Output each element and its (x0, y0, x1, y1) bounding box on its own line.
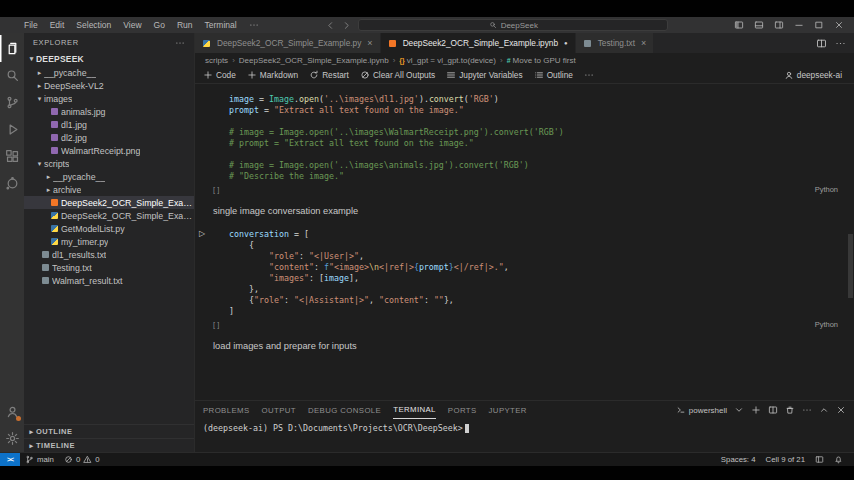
more-editor-icon[interactable] (835, 38, 846, 49)
tree-item-__pycache__[interactable]: ▸__pycache__ (24, 66, 194, 79)
split-terminal-button[interactable] (768, 405, 778, 415)
menu-view[interactable]: View (117, 20, 147, 30)
more-actions-button[interactable] (584, 70, 594, 80)
section-timeline[interactable]: ▸TIMELINE (24, 438, 194, 452)
menu-edit[interactable]: Edit (44, 20, 71, 30)
close-panel-button[interactable] (836, 405, 846, 415)
tree-item-GetModelList.py[interactable]: GetModelList.py (24, 222, 194, 235)
layout-sidebar-icon[interactable] (730, 18, 748, 32)
code-cell[interactable]: image = Image.open('..\images\dl1.jpg').… (213, 94, 840, 194)
search-icon[interactable] (0, 62, 24, 89)
panel-tab-problems[interactable]: PROBLEMS (203, 401, 250, 419)
panel-tab-ports[interactable]: PORTS (448, 401, 477, 419)
jupyter-icon[interactable] (0, 170, 24, 197)
workspace-root-folder[interactable]: ▾ DEEPSEEK (24, 52, 194, 66)
command-center[interactable]: DeepSeek (358, 19, 668, 31)
extensions-icon[interactable] (0, 143, 24, 170)
tree-item-Testing.txt[interactable]: Testing.txt (24, 261, 194, 274)
explorer-icon[interactable] (0, 35, 24, 62)
breadcrumb-item[interactable]: scripts (205, 56, 228, 65)
shell-dropdown[interactable] (734, 405, 744, 415)
breadcrumb-item[interactable]: DeepSeek2_OCR_Simple_Example.ipynb (239, 56, 389, 65)
new-terminal-button[interactable] (751, 405, 761, 415)
close-tab-icon[interactable]: × (367, 38, 372, 48)
tree-item-DeepSeek-VL2[interactable]: ▸DeepSeek-VL2 (24, 79, 194, 92)
tree-item-scripts[interactable]: ▾scripts (24, 157, 194, 170)
minimize-icon[interactable] (790, 18, 808, 32)
tree-item-my_timer.py[interactable]: my_timer.py (24, 235, 194, 248)
cell-language-picker[interactable]: Python (815, 320, 838, 329)
image-file-icon (51, 121, 58, 128)
kill-terminal-button[interactable] (785, 405, 795, 415)
close-tab-icon[interactable]: × (641, 38, 646, 48)
layout-icon[interactable] (810, 453, 829, 467)
remote-indicator[interactable]: >< (0, 453, 20, 466)
tree-item-WalmartReceipt.png[interactable]: WalmartReceipt.png (24, 144, 194, 157)
breadcrumb-item[interactable]: {}vl_gpt = vl_gpt.to(device) (399, 56, 496, 65)
shell-selector[interactable]: powershell (676, 405, 727, 415)
back-icon[interactable] (326, 21, 335, 30)
code-cell[interactable]: ▷conversation = [ { "role": "<|User|>", … (213, 229, 840, 329)
split-editor-icon[interactable] (816, 38, 827, 49)
cell-language-picker[interactable]: Python (815, 185, 838, 194)
add-markdown-button[interactable]: Markdown (247, 70, 298, 80)
tree-item-archive[interactable]: ▸archive (24, 183, 194, 196)
maximize-panel-button[interactable] (819, 405, 829, 415)
close-icon[interactable] (830, 18, 848, 32)
forward-icon[interactable] (342, 21, 351, 30)
panel-tab-debug-console[interactable]: DEBUG CONSOLE (308, 401, 381, 419)
cell-editor[interactable]: image = Image.open('..\images\dl1.jpg').… (229, 94, 840, 182)
menu-run[interactable]: Run (171, 20, 199, 30)
trash-icon (785, 405, 795, 415)
tree-item-dl1.jpg[interactable]: dl1.jpg (24, 118, 194, 131)
cell-symbol-icon: {} (399, 57, 404, 64)
tree-item-images[interactable]: ▾images (24, 92, 194, 105)
section-outline[interactable]: ▸OUTLINE (24, 424, 194, 438)
jupyter-variables-button[interactable]: Jupyter Variables (446, 70, 523, 80)
restart-button[interactable]: Restart (309, 70, 349, 80)
problems-indicator[interactable]: 0 0 (59, 453, 105, 467)
menu-terminal[interactable]: Terminal (199, 20, 243, 30)
cell-editor[interactable]: conversation = [ { "role": "<|User|>", "… (229, 229, 840, 317)
source-control-icon[interactable] (0, 89, 24, 116)
breadcrumb-item[interactable]: #Move to GPU first (507, 56, 576, 65)
markdown-cell[interactable]: load images and prepare for inputs (213, 341, 840, 351)
tree-item-DeepSeek2_OCR_Simple_Example.py[interactable]: DeepSeek2_OCR_Simple_Example.py (24, 209, 194, 222)
outline-button[interactable]: Outline (534, 70, 573, 80)
menu-selection[interactable]: Selection (70, 20, 117, 30)
layout-panel-icon[interactable] (750, 18, 768, 32)
tree-item-dl1_results.txt[interactable]: dl1_results.txt (24, 248, 194, 261)
terminal-more-button[interactable] (802, 405, 812, 415)
terminal[interactable]: (deepseek-ai) PS D:\Documents\Projects\O… (195, 419, 854, 452)
tab-Testing.txt[interactable]: Testing.txt× (576, 33, 655, 53)
tree-item-dl2.jpg[interactable]: dl2.jpg (24, 131, 194, 144)
panel-tab-output[interactable]: OUTPUT (262, 401, 296, 419)
panel-tab-jupyter[interactable]: JUPYTER (489, 401, 527, 419)
clear-all-outputs-button[interactable]: Clear All Outputs (360, 70, 435, 80)
tree-item-DeepSeek2_OCR_Simple_Example.ipynb[interactable]: DeepSeek2_OCR_Simple_Example.ipynb (24, 196, 194, 209)
explorer-more-icon[interactable] (175, 38, 185, 48)
tree-item-Walmart_result.txt[interactable]: Walmart_result.txt (24, 274, 194, 287)
kernel-picker[interactable]: deepseek-ai (784, 70, 854, 80)
run-cell-button[interactable]: ▷ (199, 229, 205, 238)
run-and-debug-icon[interactable] (0, 116, 24, 143)
account-icon[interactable] (0, 398, 24, 425)
tab-DeepSeek2_OCR_Simple_Example.py[interactable]: DeepSeek2_OCR_Simple_Example.py× (195, 33, 381, 53)
notifications-bell-icon[interactable] (829, 453, 848, 467)
settings-gear-icon[interactable] (0, 425, 24, 452)
add-code-button[interactable]: Code (203, 70, 236, 80)
menu-overflow-icon[interactable] (243, 20, 265, 30)
tree-item-animals.jpg[interactable]: animals.jpg (24, 105, 194, 118)
layout-sidebar-right-icon[interactable] (770, 18, 788, 32)
tab-DeepSeek2_OCR_Simple_Example.ipynb[interactable]: DeepSeek2_OCR_Simple_Example.ipynb● (381, 33, 576, 53)
tree-item-__pycache__[interactable]: ▸__pycache__ (24, 170, 194, 183)
cell-position-indicator[interactable]: Cell 9 of 21 (761, 453, 810, 467)
branch-indicator[interactable]: main (20, 453, 59, 467)
menu-file[interactable]: File (18, 20, 44, 30)
editor-scrollbar[interactable] (848, 234, 853, 298)
maximize-icon[interactable] (810, 18, 828, 32)
markdown-cell[interactable]: single image conversation example (213, 206, 840, 216)
spaces-indicator[interactable]: Spaces: 4 (716, 453, 761, 467)
panel-tab-terminal[interactable]: TERMINAL (393, 401, 436, 419)
menu-go[interactable]: Go (148, 20, 171, 30)
